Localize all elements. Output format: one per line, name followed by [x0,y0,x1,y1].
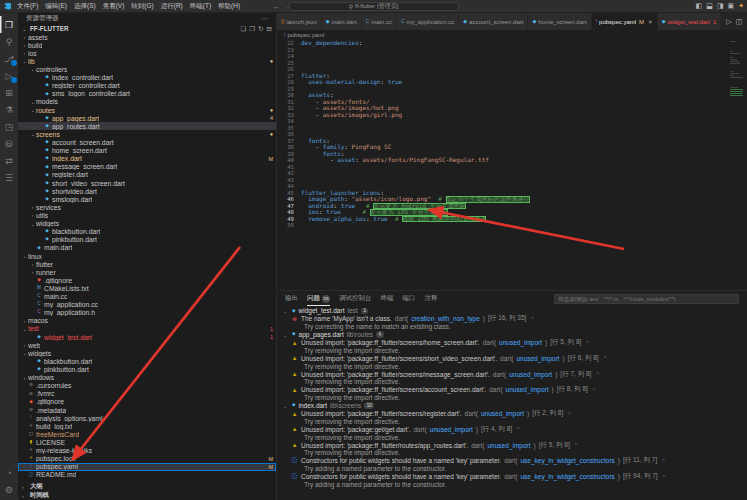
tree-item[interactable]: ◆pinkbutton.dart [18,365,276,373]
tree-item[interactable]: ◆app_pages.dart4 [18,114,276,122]
tree-item[interactable]: ⌄controllers [18,65,276,73]
problem-code-link[interactable]: use_key_in_widget_constructors [521,473,615,480]
problem-row[interactable]: ▲Unused import: 'package:ff_flutter/scre… [277,370,747,378]
problem-group-row[interactable]: ⌄◆app_pages.dartlib\routes4 [277,331,747,339]
menu-item[interactable]: 查看(V) [100,2,128,11]
tree-item[interactable]: ◆index.dartM [18,155,276,163]
panel-tab[interactable]: 问题15 [307,291,330,306]
panel-tab[interactable]: 输出 [285,291,298,306]
tree-item[interactable]: ›macos [18,317,276,325]
tree-item[interactable]: ◆home_screen.dart [18,147,276,155]
outline-section-header[interactable]: › 大纲 [18,482,276,491]
panel-tab[interactable]: 调试控制台 [339,291,372,306]
editor-tab[interactable]: ◆widget_test.dart1 [658,13,721,30]
problem-row[interactable]: ⓘConstructors for public widgets should … [277,473,747,481]
tree-item[interactable]: ›windows [18,374,276,382]
tree-item[interactable]: ◆index_controller.dart [18,74,276,82]
tree-item[interactable]: ◆.gitignore [18,398,276,406]
problem-hint-row[interactable]: Try removing the import directive. [277,362,747,370]
customize-layout-icon[interactable]: ▣ [728,2,735,10]
problem-hint-row[interactable]: Try adding a named parameter to the cons… [277,465,747,473]
tree-item[interactable]: MCMakeLists.txt [18,284,276,292]
more-actions-icon[interactable]: ⋯ [262,15,269,23]
toggle-primary-sidebar-icon[interactable]: ◧ [696,2,703,10]
new-folder-icon[interactable]: ❐ [249,25,255,33]
tree-item[interactable]: ◆message_screen.dart [18,163,276,171]
editor-tab[interactable]: ◆account_screen.dart [459,13,527,30]
tree-item[interactable]: ◆.gitignore [18,276,276,284]
code-editor[interactable]: 22dev_dependencies:2324252627flutter:28 … [277,39,747,290]
tree-item[interactable]: ⌄lib● [18,57,276,65]
tree-item[interactable]: ›ios [18,49,276,57]
editor-tab[interactable]: {}launch.json [277,13,321,30]
tree-item[interactable]: ⌄linux [18,252,276,260]
tree-item[interactable]: ◆short_video_screen.dart [18,179,276,187]
problem-code-link[interactable]: use_key_in_widget_constructors [521,457,615,464]
run-icon[interactable]: ▷ [726,18,731,26]
testing-icon[interactable]: ⚗ [0,101,18,118]
tree-item[interactable]: ◆main.dart [18,244,276,252]
problem-hint-row[interactable]: Try removing the import directive. [277,346,747,354]
tree-item[interactable]: ›services [18,203,276,211]
explorer-section-header[interactable]: ⌄ FF-FLUTTER ❏❐↻⊟ [18,24,276,33]
todo-tree-icon[interactable]: ☰ [0,169,18,186]
tree-item[interactable]: ◆blackbutton.dart [18,357,276,365]
tree-item[interactable]: ⓘREADME.md [18,471,276,479]
problem-hint-row[interactable]: Try removing the import directive. [277,378,747,386]
tree-item[interactable]: ▮LICENSE [18,438,276,446]
tree-item[interactable]: ▢freeMensCard [18,430,276,438]
extension-accent-icon[interactable]: ✦ [738,2,744,10]
tree-item[interactable]: Cmy_application.h [18,309,276,317]
menu-item[interactable]: 编辑(E) [42,2,70,11]
menu-item[interactable]: 文件(F) [14,2,41,11]
tree-item[interactable]: ⌄routes● [18,106,276,114]
tree-item[interactable]: ◆app_routes.dart [18,122,276,130]
menu-item[interactable]: 运行(R) [158,2,186,11]
source-control-icon[interactable]: ⎇ [0,50,18,67]
problem-hint-row[interactable]: Try adding a named parameter to the cons… [277,481,747,489]
problem-hint-row[interactable]: Try correcting the name to match an exis… [277,323,747,331]
menu-item[interactable]: 帮助(H) [215,2,243,11]
tree-item[interactable]: Cmain.cc [18,293,276,301]
close-icon[interactable]: ✕ [648,19,653,25]
collapse-all-icon[interactable]: ⊟ [267,25,272,33]
panel-tab[interactable]: 端口 [403,291,416,306]
problem-row[interactable]: ⓘConstructors for public widgets should … [277,457,747,465]
editor-tab[interactable]: Cmy_application.cc [397,13,458,30]
tree-item[interactable]: ⌄widgets [18,220,276,228]
menu-item[interactable]: 转到(G) [128,2,156,11]
problem-code-link[interactable]: unused_import [509,371,552,378]
database-icon[interactable]: ⛁ [0,135,18,152]
tree-item[interactable]: ≡my-release-key.jks [18,447,276,455]
problem-group-row[interactable]: ⌄◆index.dartlib\screens10 [277,402,747,410]
explorer-icon[interactable]: ❐ [0,16,18,33]
tree-item[interactable]: ≡build_log.txt [18,422,276,430]
search-icon[interactable]: ⚲ [0,33,18,50]
problem-hint-row[interactable]: Try removing the import directive. [277,449,747,457]
panel-tab[interactable]: 终端 [381,291,394,306]
tree-item[interactable]: ◆register_controller.dart [18,82,276,90]
tree-item[interactable]: ›utils [18,211,276,219]
tree-item[interactable]: ⌄models [18,98,276,106]
problem-code-link[interactable]: unused_import [506,386,549,393]
editor-tab[interactable]: ◆home_screen.dart [528,13,590,30]
toggle-secondary-sidebar-icon[interactable]: ◨ [717,2,724,10]
problem-hint-row[interactable]: Try removing the import directive. [277,433,747,441]
problem-hint-row[interactable]: Try removing the import directive. [277,394,747,402]
problem-code-link[interactable]: unused_import [516,355,559,362]
tree-item[interactable]: ⚙.fvmrc [18,390,276,398]
problem-code-link[interactable]: unused_import [499,339,542,346]
tree-item[interactable]: ›runner [18,268,276,276]
tree-item[interactable]: ⚙.metadata [18,406,276,414]
problem-code-link[interactable]: creation_with_non_type [411,315,480,322]
breadcrumb[interactable]: ! pubspec.yaml [277,30,747,39]
problem-row[interactable]: ▲Unused import: 'package:ff_flutter/scre… [277,354,747,362]
tree-item[interactable]: ◆register.dart [18,171,276,179]
code-line[interactable]: 50 [277,222,747,229]
remote-explorer-icon[interactable]: ⇄ [0,152,18,169]
problem-code-link[interactable]: unused_import [481,410,524,417]
tree-item[interactable]: ◆smslogin.dart [18,195,276,203]
tree-item[interactable]: ◆widget_test.dart1 [18,333,276,341]
tree-item[interactable]: ›build [18,41,276,49]
editor-tab[interactable]: !pubspec.yamlM✕ [592,13,657,30]
